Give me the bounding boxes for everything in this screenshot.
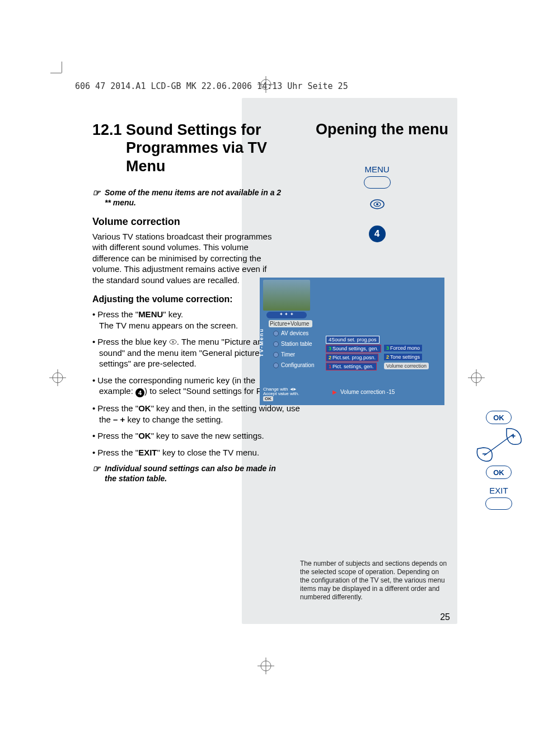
bullet-list: •Press the "OK" key and then, in the set… — [92, 403, 310, 458]
tv-thumbnail — [263, 280, 310, 311]
info-text: The number of subjects and sections depe… — [300, 560, 447, 602]
svg-line-17 — [484, 434, 513, 456]
menu-item: AV devices — [273, 330, 308, 336]
submenu-item: 1Pict. settings, gen. — [326, 363, 377, 370]
svg-text:–: – — [483, 449, 488, 458]
plus-minus-rocker-icon: + – — [474, 426, 523, 463]
submenu-item: 3Sound settings, gen. — [326, 345, 381, 353]
status-line: ▶Volume correction -15 — [332, 389, 395, 395]
note-text: ☞ Some of the menu items are not availab… — [105, 187, 285, 208]
opening-title: Opening the menu — [316, 121, 448, 138]
crop-mark — [62, 62, 62, 73]
bullet-icon — [273, 341, 279, 347]
menu-item: Station table — [273, 341, 312, 347]
title-line1: Sound Settings for — [126, 121, 261, 138]
registration-mark-icon — [468, 369, 485, 388]
list-item: •Use the corresponding numeric key (in t… — [92, 375, 273, 398]
menu-item: Configuration — [273, 362, 314, 368]
section-title: 12.1 Sound Settings for Programmes via T… — [92, 121, 299, 175]
registration-mark-icon — [257, 658, 274, 677]
svg-point-13 — [172, 341, 174, 343]
ok-button-icon: OK — [486, 466, 512, 479]
note2-text: Individual sound settings can also be ma… — [105, 464, 276, 483]
menu-item: Timer — [273, 351, 295, 358]
note-text: ☞ Individual sound settings can also be … — [105, 463, 285, 483]
crop-mark — [50, 73, 62, 73]
header-metadata: 606 47 2014.A1 LCD-GB MK 22.06.2006 14:1… — [75, 81, 348, 91]
exit-button-icon — [485, 497, 512, 510]
right-column: MENU 4 — [306, 165, 448, 242]
tv-menu-label: TV-Menu — [259, 328, 264, 357]
exit-label: EXIT — [468, 486, 530, 495]
menu-item: Picture+Volume — [269, 320, 312, 327]
blue-key-icon — [369, 196, 385, 212]
submenu-item: 2Pict.set. prog.posn. — [326, 354, 378, 361]
bullet-icon — [273, 352, 279, 358]
bullet-list: •Press the "MENU" key.The TV menu appear… — [92, 309, 273, 397]
menu-button-icon — [364, 176, 391, 189]
registration-mark-icon — [49, 369, 66, 388]
submenu-item: 3Forced mono — [384, 345, 422, 351]
tv-menu-illustration: ✦ ✦ ✦ TV-Menu Picture+Volume AV devices … — [260, 278, 444, 405]
svg-text:+: + — [511, 431, 516, 440]
registration-mark-icon — [257, 76, 274, 95]
paragraph: Various TV stations broadcast their prog… — [92, 231, 278, 286]
submenu-item-active: Volume correction — [384, 363, 429, 369]
stars-icon: ✦ ✦ ✦ — [266, 312, 307, 318]
list-item: •Press the "MENU" key.The TV menu appear… — [92, 309, 273, 331]
step-badge: 4 — [135, 388, 144, 397]
ok-exit-diagram: OK + – OK EXIT — [468, 411, 530, 510]
submenu-item: 2Tone settings — [384, 354, 422, 360]
list-item: •Press the "EXIT" key to close the TV me… — [92, 447, 310, 458]
play-arrow-icon: ▶ — [332, 389, 337, 395]
list-item: •Press the "OK" key to save the new sett… — [92, 430, 310, 442]
list-item: •Press the blue key . The menu "Picture … — [92, 336, 273, 369]
ok-button-icon: OK — [486, 411, 512, 424]
ok-badge: OK — [263, 396, 273, 401]
list-item: •Press the "OK" key and then, in the set… — [92, 403, 310, 425]
submenu-item: 4Sound set. prog.pos — [326, 336, 380, 344]
section-number: 12.1 — [92, 121, 122, 138]
menu-label: MENU — [306, 165, 448, 174]
page-number: 25 — [440, 612, 450, 622]
tv-footer: Change with ◄ ► Accept value with. OK — [263, 387, 299, 402]
blue-key-icon — [169, 338, 177, 346]
pointing-hand-icon: ☞ — [92, 187, 100, 199]
bullet-icon — [273, 363, 279, 368]
pointing-hand-icon: ☞ — [92, 463, 100, 475]
title-line2: Programmes via TV Menu — [126, 139, 299, 175]
svg-point-16 — [376, 203, 378, 205]
note1-text: Some of the menu items are not available… — [105, 188, 281, 207]
step-badge: 4 — [369, 226, 386, 242]
bullet-icon — [273, 331, 279, 336]
